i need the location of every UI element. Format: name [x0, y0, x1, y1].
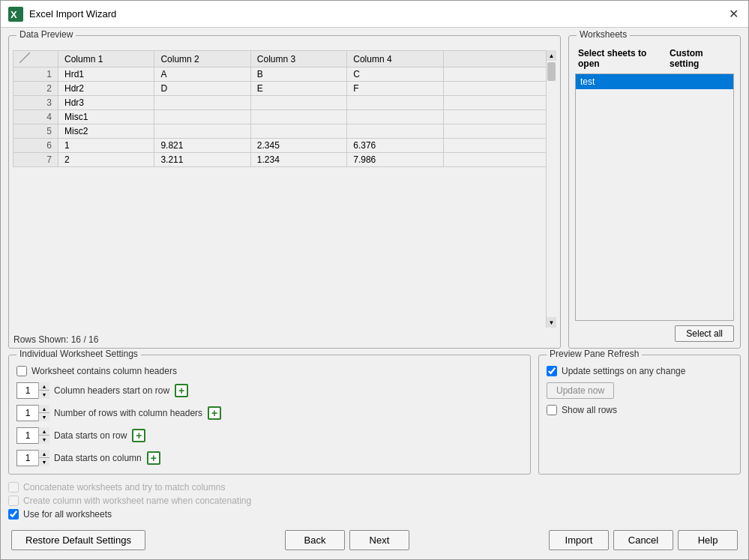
table-row: 2 Hdr2 D E F — [13, 82, 556, 96]
cell-c3 — [250, 124, 346, 139]
update-settings-label: Update settings on any change — [562, 366, 685, 376]
window-body: Data Preview — [1, 28, 748, 559]
cell-extra — [443, 96, 556, 110]
data-row-up[interactable]: ▲ — [39, 427, 49, 436]
col-headers-start-row-label: Column headers start on row — [54, 385, 169, 396]
help-button[interactable]: Help — [678, 530, 738, 550]
col-headers-start-row: 1 ▲ ▼ Column headers start on row + — [16, 382, 523, 399]
svg-text:X: X — [10, 9, 17, 20]
back-button[interactable]: Back — [285, 530, 345, 550]
import-button[interactable]: Import — [549, 530, 609, 550]
row-num: 2 — [13, 82, 58, 96]
data-col-up[interactable]: ▲ — [39, 450, 49, 458]
cell-c2: 9.821 — [154, 139, 250, 153]
cell-c2: D — [154, 82, 250, 96]
cell-c4: 6.376 — [347, 139, 443, 153]
concatenate-checkbox[interactable] — [8, 482, 19, 493]
cell-c4 — [347, 124, 443, 139]
cell-c1: Hrd1 — [58, 67, 154, 82]
concatenate-label: Concatenate worksheets and try to match … — [23, 482, 225, 493]
row-num: 3 — [13, 96, 58, 110]
vertical-scrollbar[interactable]: ▲ ▼ — [546, 50, 556, 328]
cell-c1: Hdr3 — [58, 96, 154, 110]
num-rows-headers-spinbox[interactable]: 1 ▲ ▼ — [16, 405, 49, 421]
select-all-button[interactable]: Select all — [675, 325, 734, 342]
window-title: Excel Import Wizard — [29, 8, 116, 19]
col-headers-row-spinbox[interactable]: 1 ▲ ▼ — [16, 382, 49, 399]
update-settings-checkbox[interactable] — [547, 366, 557, 376]
data-starts-col-value[interactable]: 1 — [17, 453, 38, 463]
cell-c4: 7.986 — [347, 153, 443, 167]
row-num: 4 — [13, 110, 58, 124]
data-starts-col-spinbox[interactable]: 1 ▲ ▼ — [16, 450, 49, 466]
cell-c3 — [250, 96, 346, 110]
cell-extra — [443, 82, 556, 96]
table-row: 6 1 9.821 2.345 6.376 — [13, 139, 556, 153]
data-row-down[interactable]: ▼ — [39, 436, 49, 444]
row-num: 6 — [13, 139, 58, 153]
data-starts-row-label: Data starts on row — [54, 430, 127, 441]
col-header-3: Column 3 — [250, 51, 346, 67]
num-rows-up[interactable]: ▲ — [39, 405, 49, 413]
restore-defaults-button[interactable]: Restore Default Settings — [11, 530, 145, 550]
scroll-up-arrow[interactable]: ▲ — [547, 50, 556, 61]
rows-shown: Rows Shown: 16 / 16 — [9, 331, 560, 348]
data-preview-group: Data Preview — [8, 35, 561, 349]
data-col-plus[interactable]: + — [146, 451, 161, 466]
row-num: 7 — [13, 153, 58, 167]
cell-c3: 2.345 — [250, 139, 346, 153]
svg-line-2 — [19, 52, 30, 63]
use-for-all-checkbox[interactable] — [8, 509, 19, 520]
data-col-down[interactable]: ▼ — [39, 458, 49, 466]
update-now-button[interactable]: Update now — [547, 382, 614, 399]
num-rows-plus[interactable]: + — [207, 406, 222, 421]
bottom-section: Individual Worksheet Settings Worksheet … — [8, 355, 741, 475]
update-settings-row: Update settings on any change — [547, 366, 733, 376]
next-button[interactable]: Next — [349, 530, 409, 550]
cancel-button[interactable]: Cancel — [613, 530, 673, 550]
table-row: 1 Hrd1 A B C — [13, 67, 556, 82]
col-headers-row-up[interactable]: ▲ — [39, 382, 49, 391]
close-button[interactable]: ✕ — [726, 7, 741, 22]
data-starts-row-spinbox[interactable]: 1 ▲ ▼ — [16, 427, 49, 444]
cell-c4 — [347, 96, 443, 110]
create-column-label: Create column with worksheet name when c… — [23, 496, 251, 506]
corner-header — [13, 51, 58, 67]
show-all-rows-label: Show all rows — [562, 405, 617, 415]
num-rows-headers-row: 1 ▲ ▼ Number of rows with column headers… — [16, 405, 523, 421]
individual-settings-label: Individual Worksheet Settings — [16, 349, 141, 359]
show-all-rows-checkbox[interactable] — [547, 405, 557, 415]
num-rows-down[interactable]: ▼ — [39, 413, 49, 421]
worksheets-list[interactable]: test — [575, 73, 734, 321]
worksheets-panel: Worksheets Select sheets to open Custom … — [568, 35, 741, 349]
data-starts-col-row: 1 ▲ ▼ Data starts on column + — [16, 450, 523, 466]
data-row-plus[interactable]: + — [131, 428, 146, 443]
cell-c1: Hdr2 — [58, 82, 154, 96]
create-column-checkbox[interactable] — [8, 496, 19, 506]
col-header-2: Column 2 — [154, 51, 250, 67]
update-now-row: Update now — [547, 382, 733, 399]
data-table-scroll[interactable]: Column 1 Column 2 Column 3 — [13, 50, 556, 328]
col-header-1: Column 1 — [58, 51, 154, 67]
use-for-all-row: Use for all worksheets — [8, 509, 741, 520]
worksheet-contains-headers-checkbox[interactable] — [16, 366, 27, 376]
preview-pane-label: Preview Pane Refresh — [547, 349, 642, 359]
cell-c2 — [154, 110, 250, 124]
show-all-rows-row: Show all rows — [547, 405, 733, 415]
cell-c2 — [154, 124, 250, 139]
worksheets-header: Select sheets to open Custom setting — [575, 46, 734, 70]
cell-c2: 3.211 — [154, 153, 250, 167]
cell-c1: 1 — [58, 139, 154, 153]
worksheet-item-test[interactable]: test — [576, 74, 733, 89]
col-headers-row-down[interactable]: ▼ — [39, 391, 49, 399]
top-section: Data Preview — [8, 35, 741, 349]
num-rows-headers-value[interactable]: 1 — [17, 408, 38, 418]
col-headers-row-value[interactable]: 1 — [17, 385, 38, 396]
data-starts-row-value[interactable]: 1 — [17, 430, 38, 441]
col-headers-row-plus[interactable]: + — [174, 383, 189, 398]
scroll-thumb — [547, 62, 556, 81]
cell-c4: C — [347, 67, 443, 82]
title-bar-left: X Excel Import Wizard — [8, 7, 116, 22]
scroll-down-arrow[interactable]: ▼ — [547, 317, 556, 328]
ws-col1-header: Select sheets to open — [575, 46, 667, 70]
